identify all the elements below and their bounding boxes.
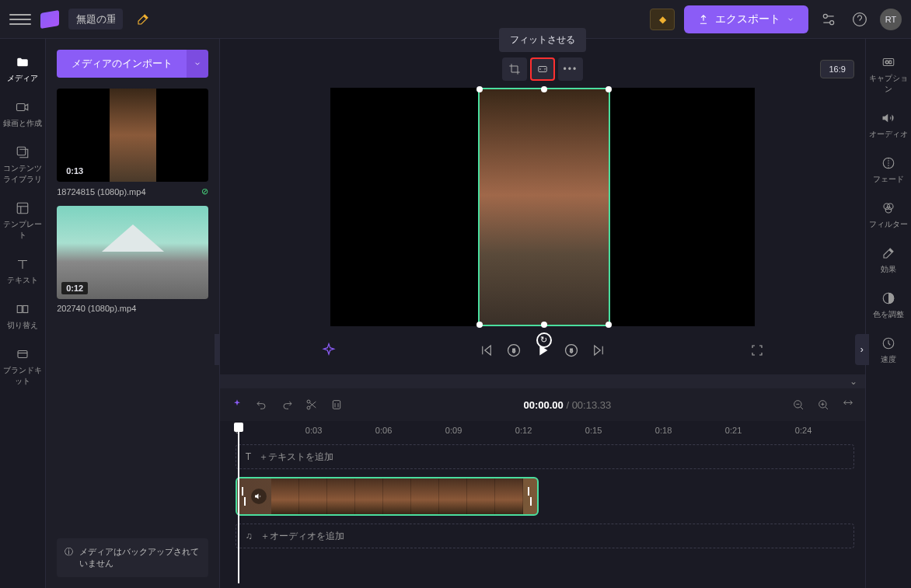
more-options-button[interactable]: ••• [558,57,583,81]
zoom-out-button[interactable] [792,398,805,411]
timeline-ruler[interactable]: 0 0:03 0:06 0:09 0:12 0:15 0:18 0:21 0:2… [220,421,865,437]
svg-rect-7 [23,306,28,313]
preview-canvas[interactable]: ↻ [330,88,755,326]
svg-rect-16 [333,401,340,409]
nav-text[interactable]: テキスト [0,249,45,294]
collapse-right-button[interactable]: › [855,334,869,365]
media-thumbnail[interactable]: 0:13 [57,89,208,182]
app-logo [40,9,59,28]
svg-text:5: 5 [570,348,573,353]
rewind-button[interactable]: 5 [506,343,522,358]
timeline[interactable]: 0 0:03 0:06 0:09 0:12 0:15 0:18 0:21 0:2… [220,421,865,588]
nav-speed[interactable]: 速度 [866,328,911,373]
info-icon: ⓘ [65,546,73,558]
crop-button[interactable] [502,57,527,81]
music-icon: ♫ [246,531,253,541]
auto-enhance-button[interactable] [231,398,243,411]
svg-point-1 [830,20,834,24]
resize-handle[interactable] [476,86,483,92]
media-filename: 202740 (1080p).mp4 [57,304,136,313]
nav-fade[interactable]: フェード [866,148,911,193]
user-avatar[interactable]: RT [880,9,902,30]
audio-track[interactable]: ♫ ＋オーディオを追加 [236,524,854,548]
help-icon[interactable] [849,9,871,30]
media-panel: メディアのインポート 0:13 18724815 (1080p).mp4⊘ 0:… [46,39,220,588]
nav-transition[interactable]: 切り替え [0,294,45,339]
volume-icon[interactable] [251,489,267,504]
fit-tooltip: フィットさせる [499,28,586,52]
nav-effect[interactable]: 効果 [866,238,911,283]
svg-point-24 [885,207,892,214]
export-button[interactable]: エクスポート [684,5,808,33]
fit-button[interactable] [530,57,555,81]
current-time: 00:00.00 [523,399,563,411]
check-icon: ⊘ [201,186,208,197]
settings-icon[interactable] [818,9,839,30]
nav-brand[interactable]: ブランドキット [0,339,45,395]
magic-wand-icon[interactable] [132,9,154,30]
skip-end-button[interactable] [592,343,606,357]
undo-button[interactable] [256,398,268,411]
clip-trim-left[interactable] [242,487,246,506]
svg-point-23 [887,204,893,210]
left-sidebar: メディア 録画と作成 コンテンツライブラリ テンプレート テキスト 切り替え ブ… [0,39,46,588]
fit-timeline-button[interactable] [842,398,854,411]
skip-start-button[interactable] [480,343,494,357]
svg-rect-5 [17,203,28,214]
svg-rect-8 [18,351,27,358]
center-panel: フィットさせる ••• 16:9 ↻ 5 [220,39,865,588]
text-track[interactable]: T ＋テキストを追加 [236,444,854,469]
nav-filter[interactable]: フィルター [866,193,911,238]
premium-button[interactable]: ◆ [650,9,675,30]
media-duration: 0:13 [61,165,88,177]
video-clip[interactable] [236,477,539,516]
clip-frames [271,478,523,514]
media-filename: 18724815 (1080p).mp4 [57,187,145,197]
playhead[interactable] [234,423,243,432]
svg-rect-6 [17,306,22,313]
media-thumbnail[interactable]: 0:12 [57,206,208,299]
fullscreen-button[interactable] [750,343,764,357]
nav-record[interactable]: 録画と作成 [0,92,45,137]
split-button[interactable] [305,398,318,411]
export-label: エクスポート [715,12,780,26]
ai-enhance-button[interactable] [321,343,337,358]
text-icon: T [246,451,251,462]
svg-point-0 [823,14,827,18]
nav-template[interactable]: テンプレート [0,193,45,249]
forward-button[interactable]: 5 [564,343,579,358]
resize-handle[interactable] [541,86,547,92]
nav-audio[interactable]: オーディオ [866,103,911,148]
clip-trim-right[interactable] [528,487,532,506]
backup-warning: ⓘ メディアはバックアップされていません [57,538,208,577]
aspect-ratio-button[interactable]: 16:9 [820,60,853,78]
import-dropdown-button[interactable] [187,50,208,78]
media-item[interactable]: 0:13 18724815 (1080p).mp4⊘ [57,89,208,197]
play-button[interactable] [534,342,551,359]
playhead-line[interactable] [238,432,239,583]
svg-rect-3 [17,104,26,111]
resize-handle[interactable] [606,86,612,92]
nav-library[interactable]: コンテンツライブラリ [0,137,45,193]
right-sidebar: › CCキャプション オーディオ フェード フィルター 効果 色を調整 速度 [865,39,911,588]
project-title-input[interactable] [68,9,123,30]
menu-button[interactable] [9,9,31,30]
collapse-timeline-button[interactable]: ⌄ [220,374,865,388]
redo-button[interactable] [281,398,293,411]
zoom-in-button[interactable] [817,398,829,411]
media-duration: 0:12 [61,282,88,294]
delete-button[interactable] [330,398,343,411]
nav-caption[interactable]: CCキャプション [866,47,911,103]
nav-media[interactable]: メディア [0,47,45,92]
svg-text:5: 5 [512,348,515,353]
selected-clip-overlay[interactable]: ↻ [478,88,610,326]
total-time: 00:13.33 [572,399,612,411]
media-item[interactable]: 0:12 202740 (1080p).mp4 [57,206,208,313]
svg-rect-4 [17,147,26,155]
nav-color[interactable]: 色を調整 [866,283,911,328]
import-media-button[interactable]: メディアのインポート [57,50,187,78]
svg-text:CC: CC [885,60,892,64]
